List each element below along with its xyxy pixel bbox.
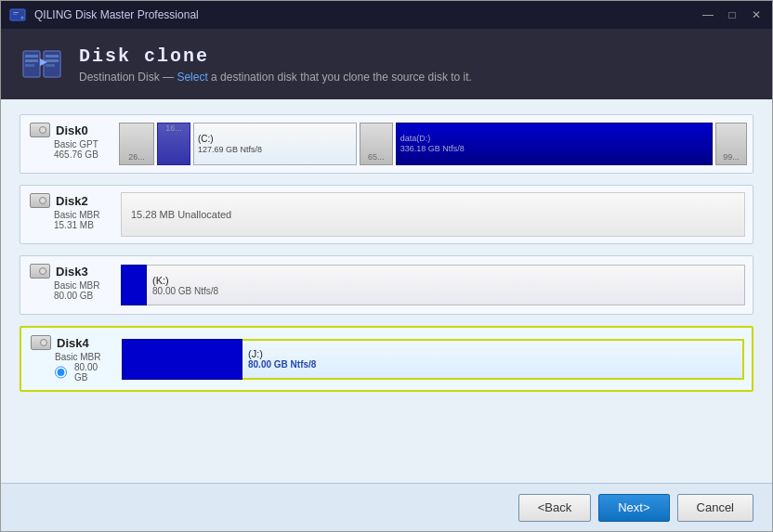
disk3-info: Disk3 Basic MBR 80.00 GB <box>20 256 113 314</box>
footer: <Back Next> Cancel <box>1 483 772 531</box>
svg-rect-8 <box>25 64 34 67</box>
disk3-header: Disk3 <box>30 264 104 279</box>
disk0-partitions: 26... 16... (C:) 127.69 GB Ntfs/8 65... … <box>113 115 753 173</box>
disk0-part1: 26... <box>119 123 154 165</box>
disk0-part-data: data(D:) 336.18 GB Ntfs/8 <box>396 123 713 165</box>
main-window: QILING Disk Master Professional — □ ✕ <box>0 0 773 532</box>
close-button[interactable]: ✕ <box>748 6 765 23</box>
svg-rect-3 <box>13 12 19 13</box>
disk0-part-c: (C:) 127.69 GB Ntfs/8 <box>193 123 357 165</box>
svg-rect-4 <box>13 14 17 15</box>
minimize-button[interactable]: — <box>700 6 716 23</box>
disk4-radio[interactable] <box>55 366 67 379</box>
disk0-header: Disk0 <box>30 123 104 137</box>
page-header: Disk clone Destination Disk — Select a d… <box>1 29 772 99</box>
disk-row-disk0[interactable]: Disk0 Basic GPT 465.76 GB 26... 16... (C… <box>20 114 753 174</box>
disk3-detail: 80.00 GB Ntfs/8 <box>152 286 739 296</box>
disk3-main-partition: (K:) 80.00 GB Ntfs/8 <box>147 265 745 305</box>
window-controls: — □ ✕ <box>700 6 765 23</box>
header-text-block: Disk clone Destination Disk — Select a d… <box>79 45 472 84</box>
disk3-type: Basic MBR <box>54 280 104 291</box>
disk0-part6: 99... <box>715 123 747 165</box>
cancel-button[interactable]: Cancel <box>677 494 753 522</box>
disk0-part2: 16... <box>157 123 190 165</box>
disk2-header: Disk2 <box>30 193 104 208</box>
disk4-detail: 80.00 GB Ntfs/8 <box>248 359 737 370</box>
svg-rect-7 <box>25 59 38 62</box>
page-title: Disk clone <box>79 45 472 67</box>
disk4-info: Disk4 Basic MBR 80.00 GB <box>21 328 114 390</box>
disk3-partitions: (K:) 80.00 GB Ntfs/8 <box>113 256 753 314</box>
disk4-label: (J:) <box>248 348 737 359</box>
clone-icon <box>20 42 64 86</box>
disk4-size-row: 80.00 GB <box>55 362 105 383</box>
disk4-main-partition: (J:) 80.00 GB Ntfs/8 <box>242 339 744 380</box>
title-bar-text: QILING Disk Master Professional <box>34 8 700 21</box>
disk0-size: 465.76 GB <box>54 149 104 160</box>
svg-point-2 <box>21 17 24 19</box>
app-icon <box>8 6 27 24</box>
next-button[interactable]: Next> <box>598 494 669 522</box>
back-button[interactable]: <Back <box>518 494 592 522</box>
disk4-blue-bar <box>122 339 242 380</box>
title-bar: QILING Disk Master Professional — □ ✕ <box>1 1 772 29</box>
disk3-size: 80.00 GB <box>54 291 104 301</box>
disk0-info: Disk0 Basic GPT 465.76 GB <box>20 115 113 173</box>
disk-row-disk4[interactable]: Disk4 Basic MBR 80.00 GB (J:) 80.00 GB N… <box>20 326 753 392</box>
disk0-part4: 65... <box>360 123 393 165</box>
disk4-size: 80.00 GB <box>74 362 105 383</box>
disk3-hdd-icon <box>30 264 50 279</box>
disk-row-disk2[interactable]: Disk2 Basic MBR 15.31 MB 15.28 MB Unallo… <box>20 185 753 244</box>
disk4-header: Disk4 <box>31 335 105 350</box>
disk2-partitions: 15.28 MB Unallocated <box>113 186 753 243</box>
disk-row-disk3[interactable]: Disk3 Basic MBR 80.00 GB (K:) 80.00 GB N… <box>20 255 753 315</box>
svg-rect-6 <box>25 55 38 58</box>
disk2-type: Basic MBR <box>54 210 104 220</box>
disk3-label: (K:) <box>152 275 739 286</box>
disk4-name: Disk4 <box>57 336 89 350</box>
disk2-hdd-icon <box>30 193 50 208</box>
disk2-info: Disk2 Basic MBR 15.31 MB <box>20 186 113 243</box>
subtitle-highlight: Select <box>177 71 207 84</box>
disk3-blue-bar <box>121 265 147 305</box>
svg-rect-10 <box>46 55 59 58</box>
page-subtitle: Destination Disk — Select a destination … <box>79 71 472 84</box>
maximize-button[interactable]: □ <box>724 6 740 23</box>
disk2-part-unallocated: 15.28 MB Unallocated <box>121 192 745 237</box>
disk2-name: Disk2 <box>56 194 88 208</box>
disk0-name: Disk0 <box>56 123 88 137</box>
disk4-partitions: (J:) 80.00 GB Ntfs/8 <box>114 328 752 390</box>
disk0-type: Basic GPT <box>54 139 104 149</box>
svg-rect-12 <box>46 64 55 67</box>
disk3-name: Disk3 <box>56 265 88 279</box>
disk-list: Disk0 Basic GPT 465.76 GB 26... 16... (C… <box>1 99 772 483</box>
disk4-type: Basic MBR <box>55 352 105 362</box>
disk2-size: 15.31 MB <box>54 220 104 230</box>
svg-rect-11 <box>46 59 59 62</box>
disk4-hdd-icon <box>31 335 51 350</box>
disk0-hdd-icon <box>30 123 50 137</box>
